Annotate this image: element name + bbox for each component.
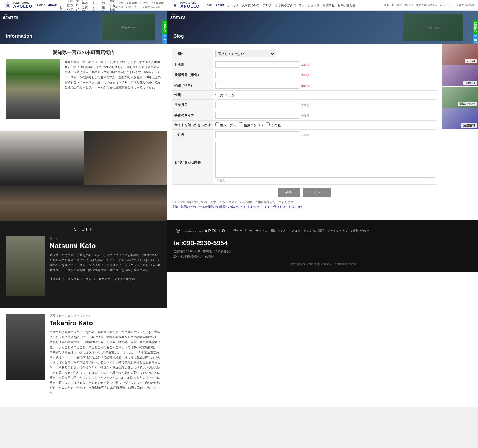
nav-service-right[interactable]: サービス [227, 3, 239, 7]
source-friends-cb[interactable] [215, 122, 219, 126]
footer-nav-service[interactable]: サービス [255, 229, 267, 233]
logo-right[interactable]: ♛ POWER STONE APOLLO [171, 1, 200, 10]
stuff-title: STUFF [6, 227, 161, 231]
nav-tama-left[interactable]: 天珠について [67, 0, 73, 12]
nav-about-left[interactable]: About [48, 4, 57, 7]
nav-links-right: Home About サービス 天珠について ブログ よくあるご質問 ネットショ… [204, 3, 356, 7]
form-optional-wrist: ※任意 [301, 114, 309, 117]
crown-logo-icon-right: ♛ [171, 1, 179, 10]
form-row-email: Mail（半角） ※必須 [172, 80, 437, 91]
hero-blog-image: blog image [403, 14, 463, 41]
nav-blog-left[interactable]: ブログ [76, 0, 79, 12]
staff1-role: オーナー [50, 236, 161, 240]
navbar-left: ♛ POWER STONE APOLLO Home About サービス 天珠に… [0, 0, 167, 11]
footer-nav-faq[interactable]: よくあるご質問 [303, 229, 324, 233]
footer-power: POWER STONE [185, 230, 203, 233]
nav-home-right[interactable]: Home [204, 4, 212, 7]
footer-closed-text: 定休日:月曜日(祝日も）火曜日 [173, 254, 472, 259]
form-input-name[interactable] [215, 61, 299, 68]
about-text: 愛知県尾張一宮市のパワースポット真清田神社からまっすぐ進んだ本町商店街内に201… [65, 59, 161, 119]
gender-female-label[interactable]: 女 [226, 93, 235, 98]
about-section: 愛知県一宮市の本町商店街内 愛知県尾張一宮市のパワースポット真清田神社からまっす… [0, 44, 167, 131]
form-label-purpose: ご用件 [172, 48, 213, 59]
footer-nav-links: Home About サービス 天珠について ブログ よくあるご質問 ネットショ… [234, 229, 369, 233]
form-required-name: ※必須 [301, 63, 309, 66]
arcade-image [0, 131, 84, 185]
footer-nav-home[interactable]: Home [234, 229, 242, 233]
gender-female-radio[interactable] [226, 93, 230, 96]
footer-nav-about[interactable]: About [245, 229, 252, 233]
nav-contact-left[interactable]: お問い合わせ [109, 0, 115, 12]
form-note: ※IPアドレスを記録しております。こちらのフォームは制作・ご相談専用となっており… [172, 200, 437, 209]
sidebar-label-about: about [465, 59, 477, 63]
sidebar-thumb-tama[interactable]: 天珠について [442, 87, 478, 108]
sidebar-label-store: 店舗情報 [461, 123, 477, 128]
source-search-cb[interactable] [239, 122, 243, 126]
sidebar-label-service: service [463, 81, 477, 85]
nav-about-right[interactable]: About [215, 4, 224, 7]
footer-nav-blog[interactable]: ブログ [291, 229, 300, 233]
form-reset-button[interactable]: リセット [303, 188, 331, 197]
nav-tama-right[interactable]: 天珠について [242, 3, 260, 7]
nav-contact-right[interactable]: お問い合わせ [338, 3, 356, 7]
logo-left[interactable]: ♛ POWER STONE APOLLO [4, 1, 32, 10]
form-input-dob[interactable] [215, 102, 299, 108]
gender-male-label[interactable]: 男 [215, 93, 223, 98]
side-menu-button-right[interactable]: アポロ [473, 32, 478, 44]
contact-form-area: ご用件 選択してください ご購入について カスタムオーダー その他 お名前 [167, 44, 442, 214]
form-input-email[interactable] [215, 82, 299, 89]
form-input-address[interactable] [215, 131, 299, 138]
nav-faq-right[interactable]: よくあるご質問 [275, 3, 296, 7]
footer-hours-text: 営業時間:11:00～18:00(時間外 予約要相談) [173, 249, 472, 254]
staff2-info: 店長（セールスマネージャー） Takahiro Kato 中学生の頃熊本でラグビ… [50, 314, 161, 395]
sidebar-thumb-service[interactable]: service [442, 65, 478, 86]
source-other-label[interactable]: その他 [266, 122, 281, 128]
footer-crown-icon: ♛ [173, 226, 183, 236]
showcase-image [0, 185, 167, 221]
source-friends-label[interactable]: 友人・知人 [215, 122, 237, 128]
side-menu-button[interactable]: アポロ [162, 32, 167, 44]
form-label-address: ご住所 [172, 130, 213, 140]
form-submit-button[interactable]: 確認 [278, 188, 300, 197]
sidebar-thumb-about[interactable]: about [442, 44, 478, 65]
form-required-email: ※必須 [301, 84, 309, 87]
form-label-gender: 性別 [172, 91, 213, 100]
staff1-info: オーナー Natsumi Kato 幼少時に布と出会い手芸を始め、大人になりバッ… [50, 236, 161, 296]
form-note-2[interactable]: 営業・勧誘などのメールは業務やお客様への妨げになりますので、こちらで受け付けてお… [172, 205, 307, 208]
right-sidebar: about service 天珠について 店舗情報 [442, 44, 478, 214]
form-label-email: Mail（半角） [172, 80, 213, 91]
source-other-cb[interactable] [266, 122, 270, 126]
form-label-name: お名前 [172, 59, 213, 70]
staff1-block: オーナー Natsumi Kato 幼少時に布と出会い手芸を始め、大人になりバッ… [6, 236, 161, 296]
breadcrumb-left: 一宮市、名古屋市、稲沢市、北名古屋市の天珠・パワーストーン専門店Apollo [115, 1, 164, 9]
gender-radio-group: 男 女 [215, 93, 435, 98]
gender-male-radio[interactable] [215, 93, 219, 96]
staff2-desc: 中学生の頃熊本でラグビーを始め、熊本県代表でドイツに遠征に行ったとき、通訳さんが… [50, 329, 161, 395]
nav-blog-right[interactable]: ブログ [263, 3, 272, 7]
form-row-purpose: ご用件 選択してください ご購入について カスタムオーダー その他 [172, 48, 437, 59]
footer-tel: tel:090-2930-5954 [173, 239, 472, 247]
staff2-section: 店長（セールスマネージャー） Takahiro Kato 中学生の頃熊本でラグビ… [0, 308, 167, 407]
line-button-right[interactable]: LINE@ [473, 21, 478, 34]
nav-shop-right[interactable]: ネットショップ [299, 3, 320, 7]
form-input-wrist[interactable] [215, 112, 299, 119]
footer-right: ♛ POWER STONE APOLLO Home About サービス 天珠に… [167, 220, 478, 272]
nav-store-right[interactable]: 店舗情報 [323, 3, 335, 7]
nav-home-left[interactable]: Home [37, 4, 45, 7]
form-textarea-inquiry[interactable] [215, 142, 435, 178]
footer-nav-shop[interactable]: ネットショップ [327, 229, 348, 233]
about-image [6, 59, 60, 119]
sidebar-thumb-store[interactable]: 店舗情報 [442, 108, 478, 129]
form-select-purpose[interactable]: 選択してください ご購入について カスタムオーダー その他 [215, 50, 275, 57]
footer-nav-tama[interactable]: 天珠について [270, 229, 288, 233]
line-button-left[interactable]: LINE@ [162, 21, 167, 34]
source-search-label[interactable]: 検索エンジン [239, 122, 263, 128]
form-input-phone[interactable] [215, 72, 299, 78]
svg-text:♛: ♛ [176, 228, 180, 234]
footer-nav-contact[interactable]: お問い合わせ [351, 229, 369, 233]
form-row-source: サイトを知ったきっかけ 友人・知人 検索エンジン その他 [172, 121, 437, 130]
footer-hours: 営業時間:11:00～18:00(時間外 予約要相談) 定休日:月曜日(祝日も）… [173, 249, 472, 259]
source-checkbox-group: 友人・知人 検索エンジン その他 [215, 122, 435, 128]
form-buttons: 確認 リセット [172, 188, 437, 197]
form-optional-inquiry: ※任意 [217, 179, 225, 182]
